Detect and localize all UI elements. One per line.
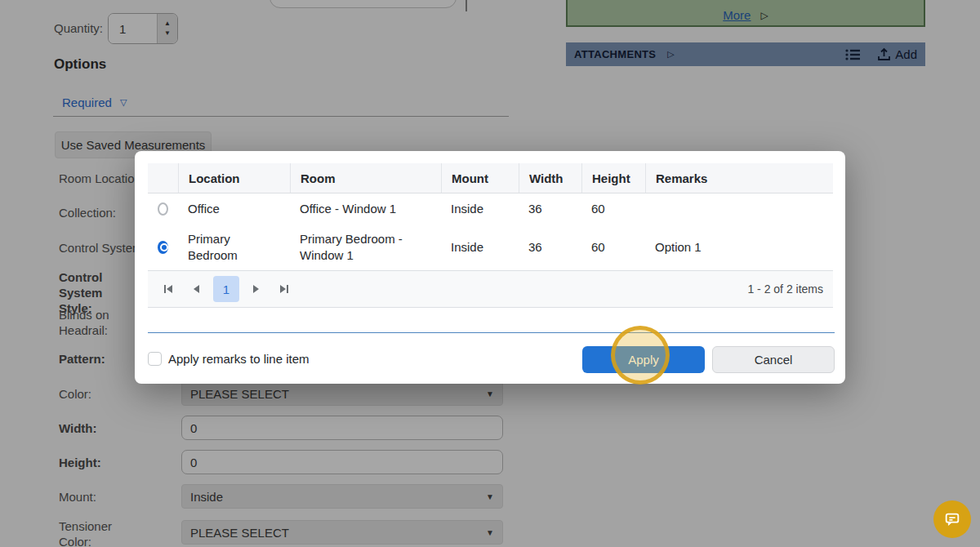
pager-first-icon — [163, 284, 173, 294]
room-column-header: Room — [290, 163, 441, 193]
cell-height: 60 — [581, 239, 645, 256]
mount-column-header: Mount — [441, 163, 519, 193]
width-column-header: Width — [519, 163, 581, 193]
radio-column-header — [148, 163, 178, 193]
cell-room: Primary Bedroom - Window 1 — [290, 231, 441, 264]
pager-prev-icon — [192, 284, 200, 294]
pager-prev-button[interactable] — [185, 278, 207, 300]
saved-measurements-dialog: Location Room Mount Width Height Remarks… — [135, 151, 845, 384]
grid-header-row: Location Room Mount Width Height Remarks — [148, 163, 833, 193]
apply-button[interactable]: Apply — [582, 346, 705, 373]
footer-divider — [148, 332, 835, 333]
row-radio-unselected[interactable] — [158, 202, 168, 216]
remarks-column-header: Remarks — [645, 163, 833, 193]
cell-mount: Inside — [441, 239, 519, 256]
grid-pager: 1 1 - 2 of 2 items — [148, 270, 833, 308]
chat-bubble-icon — [943, 510, 961, 528]
cancel-button[interactable]: Cancel — [712, 346, 835, 373]
pager-last-button[interactable] — [274, 278, 295, 300]
apply-remarks-checkbox[interactable] — [148, 352, 162, 366]
apply-remarks-label: Apply remarks to line item — [168, 352, 310, 366]
row-radio-selected[interactable] — [158, 241, 168, 254]
pager-first-button[interactable] — [158, 278, 179, 300]
cell-width: 36 — [519, 201, 581, 217]
cell-location: Office — [178, 201, 290, 217]
pager-last-icon — [279, 284, 289, 294]
table-row[interactable]: Office Office - Window 1 Inside 36 60 — [148, 193, 833, 225]
pager-next-icon — [252, 284, 261, 294]
chat-widget-button[interactable] — [933, 500, 971, 538]
pager-page-1[interactable]: 1 — [213, 276, 239, 302]
location-column-header: Location — [178, 163, 290, 193]
cell-height: 60 — [581, 201, 645, 217]
cell-location: Primary Bedroom — [178, 231, 290, 264]
pager-summary: 1 - 2 of 2 items — [747, 282, 823, 296]
cell-mount: Inside — [441, 201, 519, 217]
cell-width: 36 — [519, 239, 581, 256]
measurements-grid: Location Room Mount Width Height Remarks… — [148, 163, 833, 308]
cell-remarks: Option 1 — [645, 239, 833, 256]
pager-next-button[interactable] — [246, 278, 267, 300]
cell-room: Office - Window 1 — [290, 201, 441, 217]
height-column-header: Height — [581, 163, 645, 193]
table-row[interactable]: Primary Bedroom Primary Bedroom - Window… — [148, 225, 833, 270]
